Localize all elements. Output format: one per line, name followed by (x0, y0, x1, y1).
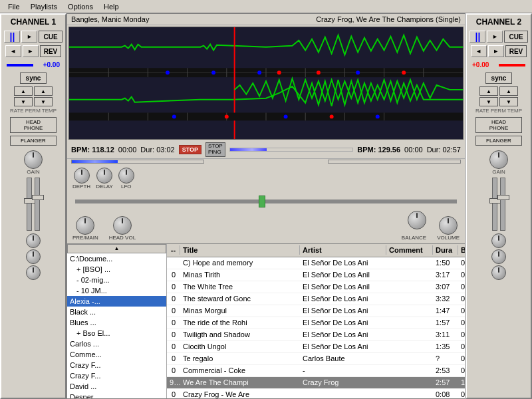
track-9-col-5: 0.0 (458, 366, 465, 375)
premain-knob[interactable] (76, 216, 94, 235)
menu-playlists[interactable]: Playlists (25, 2, 63, 11)
channel2-eq-low-knob[interactable] (491, 265, 506, 280)
channel2-up-btn[interactable]: ▲ (479, 86, 498, 96)
tree-item-8[interactable]: Carlos ... (67, 338, 166, 349)
svg-point-13 (211, 70, 215, 74)
menu-options[interactable]: Options (63, 2, 98, 11)
channel1-eq-high-knob[interactable] (26, 233, 41, 248)
channel1-down2-btn[interactable]: ▼ (34, 97, 53, 106)
bpm-progress-bar (229, 148, 354, 152)
channel2-vol-track (492, 178, 497, 231)
menu-file[interactable]: File (3, 2, 25, 11)
channel1-forward-btn[interactable]: ► (21, 31, 37, 43)
channel1-pause-btn[interactable]: || (4, 31, 20, 43)
channel2-up2-btn[interactable]: ▲ (499, 86, 518, 96)
lfo-knob[interactable] (118, 168, 134, 184)
channel2-headphone-btn[interactable]: HEADPHONE (475, 117, 522, 133)
channel1-rev-btn[interactable]: REV (40, 45, 62, 57)
tree-item-0[interactable]: C:\Docume... (67, 253, 166, 264)
channel2-pause-btn[interactable]: || (469, 31, 485, 43)
channel2-pitch-thumb[interactable] (497, 195, 509, 200)
col-header-bpm: BPM (458, 245, 465, 255)
head-vol-knob[interactable] (113, 216, 132, 235)
tree-item-7[interactable]: + Bso El... (67, 328, 166, 338)
tree-item-4[interactable]: Alexia -... (67, 296, 166, 307)
channel2-down-btn[interactable]: ▼ (479, 97, 498, 106)
tree-scroll-up[interactable]: ▲ (67, 244, 166, 253)
channel1-gain-knob[interactable] (24, 150, 43, 169)
channel1-pitch-thumb[interactable] (32, 195, 44, 200)
tree-item-10[interactable]: Crazy F... (67, 360, 166, 370)
tree-item-6[interactable]: Blues ... (67, 317, 166, 328)
tree-item-9[interactable]: Comme... (67, 349, 166, 360)
channel2-pitch-track (500, 178, 505, 231)
channel1-up-btn[interactable]: ▲ (14, 86, 33, 96)
channel2-rev-btn[interactable]: REV (505, 45, 527, 57)
channel1-back-btn[interactable]: ◄ (5, 45, 21, 57)
channel1-eq-low-knob[interactable] (26, 265, 41, 280)
tree-item-2[interactable]: - 02-mig... (67, 275, 166, 285)
playlist-area: ▲ C:\Docume...+ [BSO] ...- 02-mig...- 10… (67, 243, 465, 398)
svg-point-15 (277, 70, 281, 74)
channel1-flanger-btn[interactable]: FLANGER (10, 136, 57, 146)
track-row-8[interactable]: 0Te regaloCarlos Baute?0.0mp30 (167, 353, 465, 365)
stop-ping-box: STOPPING (205, 142, 225, 157)
track-2-col-4: 3:07 (433, 282, 458, 291)
tree-item-3[interactable]: - 10 JM... (67, 285, 166, 296)
channel2-down2-btn[interactable]: ▼ (499, 97, 518, 106)
track-3-col-2: El Señor De Los Ani (300, 294, 386, 303)
waveform-area (68, 27, 464, 140)
track-row-0[interactable]: C) Hope and memoryEl Señor De Los Ani1:5… (167, 257, 465, 269)
track-row-2[interactable]: 0The White TreeEl Señor De Los Anil3:070… (167, 281, 465, 293)
track-1-col-5: 0.0 (458, 270, 465, 279)
tree-item-12[interactable]: David ... (67, 381, 166, 392)
track-row-11[interactable]: 0Crazy Frog - We Are0:080.0mp3320 (167, 389, 465, 398)
track-5-col-4: 1:57 (433, 318, 458, 327)
channel2-cue-btn[interactable]: CUE (504, 31, 527, 43)
channel1-eq-mid-knob[interactable] (26, 249, 41, 264)
channel2-forward-btn[interactable]: ► (487, 31, 503, 43)
track-row-10[interactable]: 99We Are The ChampiCrazy Frog2:57129.6mp… (167, 377, 465, 389)
track-6-col-5: 0.0 (458, 330, 465, 339)
track-row-1[interactable]: 0Minas TirithEl Señor De Los Anil3:170.0… (167, 269, 465, 281)
depth-label: DEPTH (72, 184, 90, 190)
tree-item-5[interactable]: Black ... (67, 307, 166, 317)
stop-button[interactable]: STOP (179, 145, 201, 154)
channel2-fwd2-btn[interactable]: ► (488, 45, 504, 57)
track-0-col-5: 0.0 (458, 258, 465, 267)
track-1-col-4: 3:17 (433, 270, 458, 279)
track-row-9[interactable]: 0Commercial - Coke-2:530.0mp3128 (167, 365, 465, 377)
track-row-7[interactable]: 0Ciocith UngolEl Señor De Los Ani1:350.0… (167, 341, 465, 353)
channel2-sync-btn[interactable]: sync (485, 72, 513, 84)
tree-item-1[interactable]: + [BSO] ... (67, 264, 166, 275)
channel1-time: 00:00 (118, 146, 137, 154)
balance-knob[interactable] (408, 211, 426, 229)
channel1-down-btn[interactable]: ▼ (14, 97, 33, 106)
channel1-sync-btn[interactable]: sync (20, 72, 47, 84)
delay-knob[interactable] (96, 168, 112, 184)
menu-help[interactable]: Help (98, 2, 124, 11)
channel1-headphone-btn[interactable]: HEADPHONE (10, 117, 57, 133)
channel1-track-info: Bangles, Manic Monday (71, 15, 149, 23)
channel2-eq-high-knob[interactable] (491, 233, 506, 248)
tree-item-13[interactable]: Desper... (67, 392, 166, 398)
track-row-4[interactable]: 0Minas MorgulEl Señor De Los Ani1:470.0m… (167, 305, 465, 317)
pitch-slider-thumb[interactable] (259, 196, 265, 207)
depth-knob[interactable] (74, 168, 90, 184)
svg-point-17 (356, 70, 360, 74)
track-row-5[interactable]: 0The ride of the RohiEl Señor De Los Ani… (167, 317, 465, 329)
pitch-slider[interactable] (75, 200, 457, 203)
channel1-up2-btn[interactable]: ▲ (34, 86, 53, 96)
channel2-flanger-btn[interactable]: FLANGER (475, 136, 522, 146)
tree-item-11[interactable]: Crazy F... (67, 370, 166, 381)
track-row-3[interactable]: 0The steward of GoncEl Señor De Los Ani3… (167, 293, 465, 305)
channel2-back-btn[interactable]: ◄ (471, 45, 487, 57)
channel1-fwd2-btn[interactable]: ► (23, 45, 39, 57)
volume-knob[interactable] (439, 216, 458, 235)
delay-label: DELAY (96, 184, 113, 190)
col-header-artist: Artist (300, 245, 386, 255)
channel2-gain-knob[interactable] (489, 150, 508, 169)
channel2-eq-mid-knob[interactable] (491, 249, 506, 264)
track-row-6[interactable]: 0Twiligth and ShadowEl Señor De Los Ani3… (167, 329, 465, 341)
channel1-cue-btn[interactable]: CUE (39, 31, 62, 43)
